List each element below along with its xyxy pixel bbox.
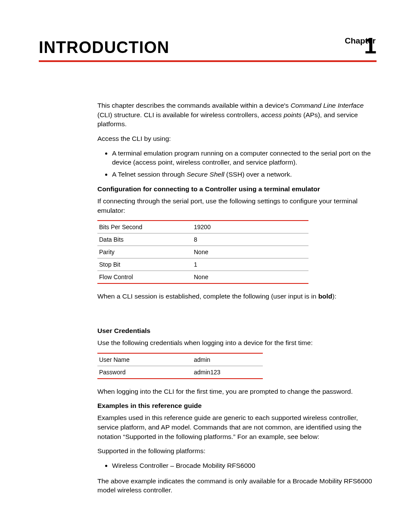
creds-heading: User Credentials [97, 327, 377, 335]
config-paragraph-2: When a CLI session is established, compl… [97, 292, 377, 301]
table-row: Bits Per Second19200 [97, 221, 308, 233]
list-item: A Telnet session through Secure Shell (S… [112, 170, 377, 179]
table-row: Flow ControlNone [97, 271, 308, 284]
header-rule [39, 60, 377, 62]
credentials-table: User Nameadmin Passwordadmin123 [97, 353, 263, 379]
platforms-list: Wireless Controller – Brocade Mobility R… [97, 461, 377, 470]
examples-paragraph-3: The above example indicates the command … [97, 476, 377, 495]
intro-paragraph-2: Access the CLI by using: [97, 134, 377, 143]
creds-paragraph-1: Use the following credentials when loggi… [97, 338, 377, 348]
page: Chapter INTRODUCTION 1 This chapter desc… [0, 0, 411, 526]
table-row: User Nameadmin [97, 353, 263, 366]
intro-paragraph-1: This chapter describes the commands avai… [97, 101, 377, 129]
chapter-label: Chapter [345, 36, 376, 46]
list-item: Wireless Controller – Brocade Mobility R… [112, 461, 377, 470]
table-row: Stop Bit1 [97, 258, 308, 271]
examples-heading: Examples in this reference guide [97, 402, 377, 410]
table-row: Data Bits8 [97, 233, 308, 246]
content-body: This chapter describes the commands avai… [97, 101, 377, 495]
config-paragraph-1: If connecting through the serial port, u… [97, 196, 377, 215]
table-row: ParityNone [97, 246, 308, 258]
chapter-title: INTRODUCTION [39, 38, 169, 57]
terminal-settings-table: Bits Per Second19200 Data Bits8 ParityNo… [97, 220, 308, 284]
examples-paragraph-2: Supported in the following platforms: [97, 446, 377, 456]
access-methods-list: A terminal emulation program running on … [97, 149, 377, 179]
chapter-header: INTRODUCTION 1 [39, 34, 377, 57]
table-row: Passwordadmin123 [97, 366, 263, 379]
list-item: A terminal emulation program running on … [112, 149, 377, 167]
creds-paragraph-2: When logging into the CLI for the first … [97, 387, 377, 396]
examples-paragraph-1: Examples used in this reference guide ar… [97, 413, 377, 441]
config-heading: Configuration for connecting to a Contro… [97, 185, 377, 193]
